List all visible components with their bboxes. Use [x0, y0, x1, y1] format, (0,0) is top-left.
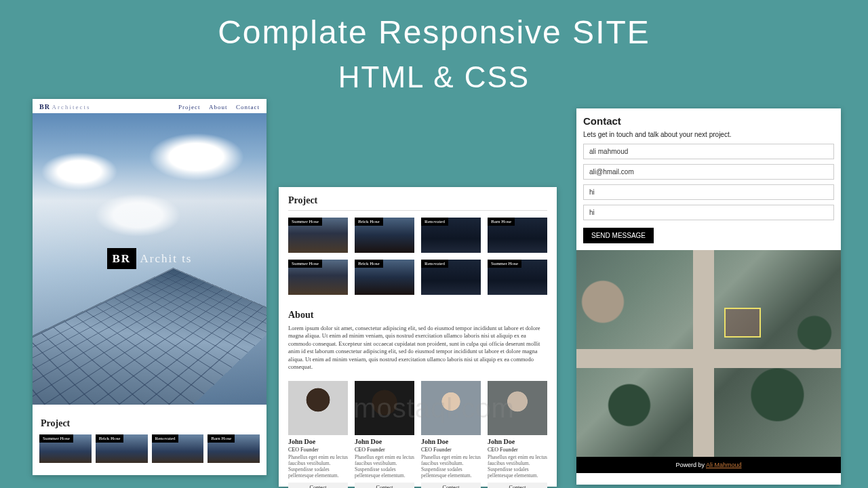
project-card-label: Brick Hose — [355, 218, 383, 226]
member-photo — [355, 381, 414, 435]
member-bio: Phasellus eget enim eu lectus faucibus v… — [355, 454, 414, 479]
headline-line2: HTML & CSS — [0, 60, 868, 94]
member-name: John Doe — [488, 438, 547, 445]
member-photo — [488, 381, 547, 435]
footer-text: Powerd by — [675, 462, 706, 468]
project-card[interactable]: Brick Hose — [355, 218, 414, 253]
nav-about[interactable]: About — [209, 104, 228, 110]
team-member: John Doe CEO Founder Phasellus eget enim… — [488, 381, 547, 488]
member-contact-button[interactable]: Contect — [488, 483, 547, 488]
project-card[interactable]: Renovated — [421, 218, 481, 253]
preview-contact-panel: Contact Lets get in touch and talk about… — [576, 108, 841, 485]
project-card-label: Summer Hose — [488, 260, 521, 268]
member-bio: Phasellus eget enim eu lectus faucibus v… — [421, 454, 481, 479]
team-member: John Doe CEO Founder Phasellus eget enim… — [355, 381, 414, 488]
project-card-label: Summer Hose — [39, 434, 73, 443]
member-role: CEO Founder — [288, 447, 348, 453]
team-row: John Doe CEO Founder Phasellus eget enim… — [279, 381, 557, 488]
project-card-label: Summer Hose — [288, 260, 322, 268]
nav-project[interactable]: Project — [178, 104, 201, 110]
project-card-label: Renovated — [421, 218, 448, 226]
member-contact-button[interactable]: Contect — [288, 483, 348, 488]
member-name: John Doe — [421, 438, 481, 445]
hero-label-bold: BR — [107, 248, 137, 269]
member-role: CEO Founder — [421, 447, 481, 453]
project-card-label: Summer Hose — [288, 218, 322, 226]
about-text: Lorem ipsum dolor sit amet, consectetur … — [279, 325, 557, 381]
project-card[interactable]: Brick Hose — [96, 434, 148, 463]
hero-image: BR Archit ts — [33, 113, 267, 405]
map-image — [576, 250, 841, 457]
project-card[interactable]: Summer Hose — [39, 434, 92, 463]
member-role: CEO Founder — [488, 447, 547, 453]
email-field[interactable]: ali@hmail.com — [583, 164, 834, 180]
hero-label: BR Archit ts — [98, 248, 202, 270]
nav-links: Project About Contact — [172, 103, 260, 110]
project-heading: Project — [33, 405, 267, 434]
divider — [288, 210, 547, 211]
member-name: John Doe — [288, 438, 348, 445]
contact-lead: Lets get in touch and talk about your ne… — [576, 131, 841, 144]
contact-heading: Contact — [576, 108, 841, 131]
project-card-label: Renovated — [421, 260, 448, 268]
preview-hero-panel: BR Architects Project About Contact BR A… — [33, 99, 267, 475]
member-contact-button[interactable]: Contect — [355, 483, 414, 488]
project-card-label: Barn Hose — [208, 434, 235, 443]
brand-bold: BR — [39, 103, 50, 110]
member-bio: Phasellus eget enim eu lectus faucibus v… — [288, 454, 348, 479]
headline-line1: Complate Responsive SITE — [0, 14, 868, 51]
member-photo — [288, 381, 348, 435]
project-heading: Project — [279, 187, 557, 210]
project-card-label: Barn Hose — [488, 218, 515, 226]
preview-project-about-panel: Project Summer Hose Brick Hose Renovated… — [279, 187, 557, 487]
project-card[interactable]: Renovated — [421, 260, 481, 295]
project-card[interactable]: Barn Hose — [208, 434, 260, 463]
project-card[interactable]: Summer Hose — [488, 260, 547, 295]
send-message-button[interactable]: SEND MESSAGE — [583, 228, 654, 243]
member-role: CEO Founder — [355, 447, 414, 453]
about-heading: About — [279, 302, 557, 325]
nav-contact[interactable]: Contact — [236, 104, 260, 110]
member-photo — [421, 381, 481, 435]
name-field[interactable]: ali mahmoud — [583, 144, 834, 159]
member-bio: Phasellus eget enim eu lectus faucibus v… — [488, 454, 547, 479]
project-card-label: Brick Hose — [96, 434, 124, 443]
brand-light: Architects — [52, 104, 90, 110]
navbar: BR Architects Project About Contact — [33, 99, 267, 113]
brand: BR Architects — [39, 103, 90, 110]
project-card[interactable]: Barn Hose — [488, 218, 547, 253]
hero-label-light: Archit ts — [140, 252, 192, 265]
member-contact-button[interactable]: Contect — [421, 483, 481, 488]
team-member: John Doe CEO Founder Phasellus eget enim… — [288, 381, 348, 488]
team-member: John Doe CEO Founder Phasellus eget enim… — [421, 381, 481, 488]
footer-link[interactable]: Ali Mahmoud — [706, 462, 742, 468]
project-card-label: Brick Hose — [355, 260, 383, 268]
member-name: John Doe — [355, 438, 414, 445]
project-grid-row: Summer Hose Brick Hose Renovated Summer … — [279, 260, 557, 302]
project-card[interactable]: Brick Hose — [355, 260, 414, 295]
footer: Powerd by Ali Mahmoud — [576, 457, 841, 473]
subject-field[interactable]: hi — [583, 184, 834, 200]
project-card[interactable]: Summer Hose — [288, 260, 348, 295]
project-grid-row: Summer Hose Brick Hose Renovated Barn Ho… — [279, 218, 557, 260]
project-card[interactable]: Renovated — [152, 434, 204, 463]
project-row: Summer Hose Brick Hose Renovated Barn Ho… — [33, 434, 267, 463]
message-field[interactable]: hi — [583, 205, 834, 220]
project-card[interactable]: Summer Hose — [288, 218, 348, 253]
project-card-label: Renovated — [152, 434, 179, 443]
headline: Complate Responsive SITE HTML & CSS — [0, 14, 868, 94]
